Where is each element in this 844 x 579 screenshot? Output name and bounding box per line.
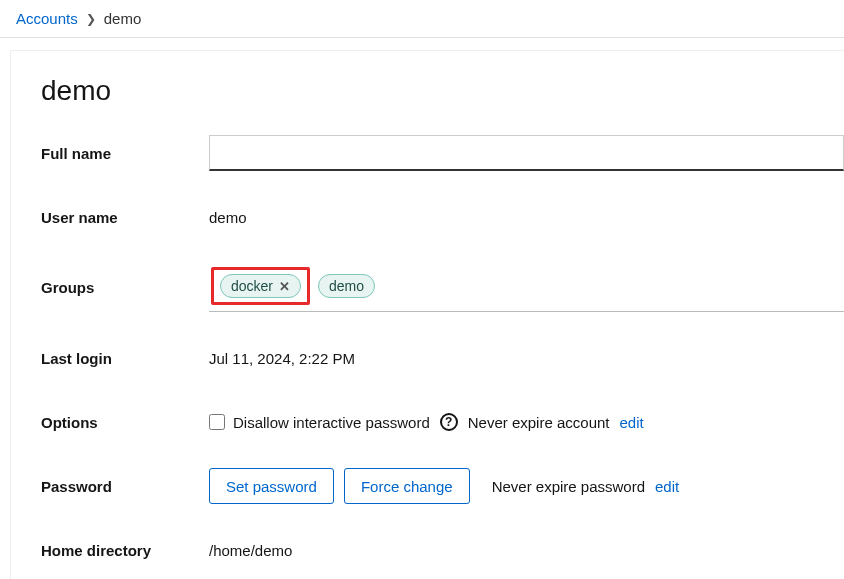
last-login-value: Jul 11, 2024, 2:22 PM: [209, 350, 355, 367]
breadcrumb-accounts-link[interactable]: Accounts: [16, 10, 78, 27]
home-directory-row: Home directory /home/demo: [41, 532, 844, 568]
group-chip-label: demo: [329, 278, 364, 294]
groups-row: Groups docker ✕ demo: [41, 263, 844, 312]
breadcrumb-current: demo: [104, 10, 142, 27]
password-edit-link[interactable]: edit: [655, 478, 679, 495]
user-name-label: User name: [41, 209, 209, 226]
chevron-right-icon: ❯: [86, 12, 96, 26]
password-label: Password: [41, 478, 209, 495]
account-detail-page: demo Full name User name demo Groups doc…: [10, 50, 844, 579]
help-icon[interactable]: ?: [440, 413, 458, 431]
never-expire-account-text: Never expire account: [468, 414, 610, 431]
disallow-password-label: Disallow interactive password: [233, 414, 430, 431]
group-chip-demo[interactable]: demo: [318, 274, 375, 298]
options-edit-link[interactable]: edit: [620, 414, 644, 431]
breadcrumb: Accounts ❯ demo: [0, 0, 844, 38]
set-password-button[interactable]: Set password: [209, 468, 334, 504]
full-name-label: Full name: [41, 145, 209, 162]
groups-label: Groups: [41, 279, 209, 296]
disallow-password-checkbox-wrap[interactable]: Disallow interactive password: [209, 414, 430, 431]
force-change-button[interactable]: Force change: [344, 468, 470, 504]
options-row: Options Disallow interactive password ? …: [41, 404, 844, 440]
home-directory-label: Home directory: [41, 542, 209, 559]
options-label: Options: [41, 414, 209, 431]
home-directory-value: /home/demo: [209, 542, 292, 559]
full-name-input[interactable]: [209, 135, 844, 171]
password-row: Password Set password Force change Never…: [41, 468, 844, 504]
password-status-text: Never expire password: [492, 478, 645, 495]
groups-input[interactable]: docker ✕ demo: [209, 263, 844, 312]
highlight-annotation: docker ✕: [211, 267, 310, 305]
last-login-label: Last login: [41, 350, 209, 367]
page-title: demo: [41, 75, 844, 107]
disallow-password-checkbox[interactable]: [209, 414, 225, 430]
group-chip-label: docker: [231, 278, 273, 294]
user-name-value: demo: [209, 209, 247, 226]
full-name-row: Full name: [41, 135, 844, 171]
last-login-row: Last login Jul 11, 2024, 2:22 PM: [41, 340, 844, 376]
close-icon[interactable]: ✕: [279, 280, 290, 293]
group-chip-docker[interactable]: docker ✕: [220, 274, 301, 298]
user-name-row: User name demo: [41, 199, 844, 235]
